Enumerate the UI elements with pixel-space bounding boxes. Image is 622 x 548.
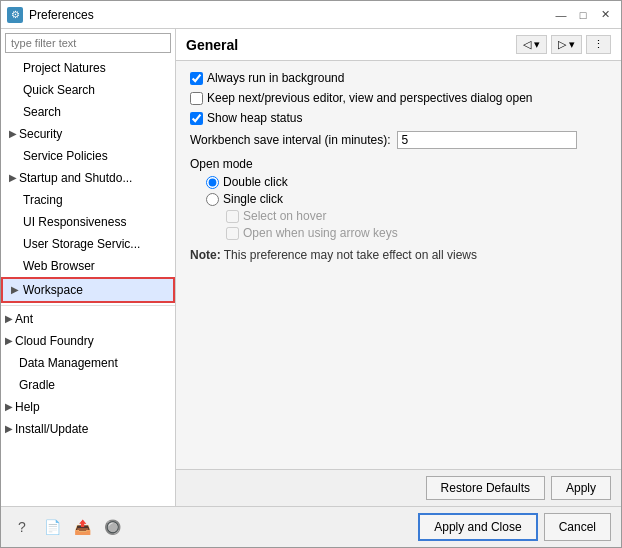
note-row: Note: This preference may not take effec… xyxy=(190,248,607,262)
single-click-radio[interactable] xyxy=(206,193,219,206)
install-update-arrow: ▶ xyxy=(5,420,13,437)
security-label: Security xyxy=(19,125,62,143)
doc-icon[interactable]: 📄 xyxy=(41,516,63,538)
show-heap-text: Show heap status xyxy=(207,111,302,125)
bottom-bar: ? 📄 📤 🔘 Apply and Close Cancel xyxy=(1,506,621,547)
sidebar: Project Natures Quick Search Search ▶ Se… xyxy=(1,29,176,506)
startup-label: Startup and Shutdo... xyxy=(19,169,132,187)
startup-arrow: ▶ xyxy=(9,169,17,187)
security-arrow: ▶ xyxy=(9,125,17,143)
help-arrow: ▶ xyxy=(5,398,13,416)
show-heap-label[interactable]: Show heap status xyxy=(190,111,302,125)
workbench-save-label: Workbench save interval (in minutes): xyxy=(190,133,391,147)
panel-nav: ◁ ▾ ▷ ▾ ⋮ xyxy=(516,35,611,54)
window-controls: — □ ✕ xyxy=(551,5,615,25)
open-mode-label: Open mode xyxy=(190,157,607,171)
ant-label: Ant xyxy=(15,310,33,328)
bottom-icons: ? 📄 📤 🔘 xyxy=(11,516,123,538)
preferences-window: ⚙ Preferences — □ ✕ Project Natures Quic… xyxy=(0,0,622,548)
sidebar-item-quick-search[interactable]: Quick Search xyxy=(1,79,175,101)
restore-defaults-button[interactable]: Restore Defaults xyxy=(426,476,545,500)
window-icon: ⚙ xyxy=(7,7,23,23)
window-title: Preferences xyxy=(29,8,551,22)
sidebar-item-cloud-foundry[interactable]: ▶ Cloud Foundry xyxy=(1,330,175,352)
sidebar-item-install-update[interactable]: ▶ Install/Update xyxy=(1,418,175,437)
keep-next-row: Keep next/previous editor, view and pers… xyxy=(190,91,607,105)
double-click-label: Double click xyxy=(223,175,288,189)
sidebar-item-gradle[interactable]: Gradle xyxy=(1,374,175,396)
cancel-button[interactable]: Cancel xyxy=(544,513,611,541)
ant-arrow: ▶ xyxy=(5,310,13,328)
open-arrow-option: Open when using arrow keys xyxy=(226,226,607,240)
always-run-checkbox[interactable] xyxy=(190,72,203,85)
show-heap-checkbox[interactable] xyxy=(190,112,203,125)
open-arrow-checkbox xyxy=(226,227,239,240)
sidebar-item-search[interactable]: Search xyxy=(1,101,175,123)
always-run-row: Always run in background xyxy=(190,71,607,85)
sidebar-item-data-management[interactable]: Data Management xyxy=(1,352,175,374)
help-icon[interactable]: ? xyxy=(11,516,33,538)
sidebar-item-security[interactable]: ▶ Security xyxy=(1,123,175,145)
sidebar-item-ant[interactable]: ▶ Ant xyxy=(1,308,175,330)
select-hover-option: Select on hover xyxy=(226,209,607,223)
workspace-arrow: ▶ xyxy=(11,281,19,299)
sidebar-item-tracing[interactable]: Tracing xyxy=(1,189,175,211)
close-button[interactable]: ✕ xyxy=(595,5,615,25)
sidebar-item-startup[interactable]: ▶ Startup and Shutdo... xyxy=(1,167,175,189)
maximize-button[interactable]: □ xyxy=(573,5,593,25)
minimize-button[interactable]: — xyxy=(551,5,571,25)
double-click-radio[interactable] xyxy=(206,176,219,189)
double-click-option[interactable]: Double click xyxy=(206,175,607,189)
nav-back-button[interactable]: ◁ ▾ xyxy=(516,35,547,54)
nav-more-button[interactable]: ⋮ xyxy=(586,35,611,54)
filter-input[interactable] xyxy=(5,33,171,53)
open-arrow-label: Open when using arrow keys xyxy=(243,226,398,240)
panel-header: General ◁ ▾ ▷ ▾ ⋮ xyxy=(176,29,621,61)
sidebar-item-service-policies[interactable]: Service Policies xyxy=(1,145,175,167)
tree-container: Project Natures Quick Search Search ▶ Se… xyxy=(1,57,175,437)
apply-close-button[interactable]: Apply and Close xyxy=(418,513,537,541)
settings-icon[interactable]: 🔘 xyxy=(101,516,123,538)
workbench-save-input[interactable] xyxy=(397,131,577,149)
select-hover-checkbox xyxy=(226,210,239,223)
right-panel: General ◁ ▾ ▷ ▾ ⋮ Always run in backgrou… xyxy=(176,29,621,506)
panel-title: General xyxy=(186,37,238,53)
single-click-option[interactable]: Single click xyxy=(206,192,607,206)
select-hover-label: Select on hover xyxy=(243,209,326,223)
open-mode-section: Open mode Double click Single click Sele… xyxy=(190,157,607,240)
workbench-save-row: Workbench save interval (in minutes): xyxy=(190,131,607,149)
panel-body: Always run in background Keep next/previ… xyxy=(176,61,621,469)
always-run-text: Always run in background xyxy=(207,71,344,85)
show-heap-row: Show heap status xyxy=(190,111,607,125)
workspace-label: Workspace xyxy=(23,281,83,299)
bottom-right-buttons: Apply and Close Cancel xyxy=(418,513,611,541)
apply-button[interactable]: Apply xyxy=(551,476,611,500)
cloud-foundry-label: Cloud Foundry xyxy=(15,332,94,350)
sidebar-item-workspace[interactable]: ▶ Workspace xyxy=(1,277,175,303)
export-icon[interactable]: 📤 xyxy=(71,516,93,538)
sidebar-item-web-browser[interactable]: Web Browser xyxy=(1,255,175,277)
sidebar-item-project-natures[interactable]: Project Natures xyxy=(1,57,175,79)
help-label: Help xyxy=(15,398,40,416)
single-click-label: Single click xyxy=(223,192,283,206)
note-bold: Note: xyxy=(190,248,221,262)
sidebar-item-help[interactable]: ▶ Help xyxy=(1,396,175,418)
install-update-label: Install/Update xyxy=(15,420,88,437)
panel-footer: Restore Defaults Apply xyxy=(176,469,621,506)
keep-next-label[interactable]: Keep next/previous editor, view and pers… xyxy=(190,91,533,105)
always-run-label[interactable]: Always run in background xyxy=(190,71,344,85)
note-text: This preference may not take effect on a… xyxy=(221,248,477,262)
keep-next-text: Keep next/previous editor, view and pers… xyxy=(207,91,533,105)
title-bar: ⚙ Preferences — □ ✕ xyxy=(1,1,621,29)
sidebar-item-user-storage[interactable]: User Storage Servic... xyxy=(1,233,175,255)
nav-forward-button[interactable]: ▷ ▾ xyxy=(551,35,582,54)
cloud-foundry-arrow: ▶ xyxy=(5,332,13,350)
sidebar-item-ui-responsiveness[interactable]: UI Responsiveness xyxy=(1,211,175,233)
main-content: Project Natures Quick Search Search ▶ Se… xyxy=(1,29,621,506)
keep-next-checkbox[interactable] xyxy=(190,92,203,105)
